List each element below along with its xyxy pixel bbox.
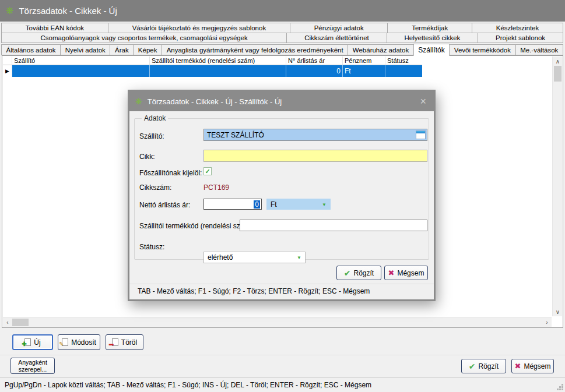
cell-arlistas-ar: 0 bbox=[286, 65, 343, 77]
grid-header-arlistas-ar[interactable]: N° árlistás ár bbox=[286, 56, 343, 65]
dialog-cancel-label: Mégsem bbox=[397, 269, 424, 277]
tab-vevoi-termekkodok[interactable]: Vevői termékkódok bbox=[449, 44, 515, 55]
table-row-selected[interactable]: ▶ 0 Ft bbox=[3, 65, 422, 77]
resize-grip[interactable] bbox=[562, 389, 563, 390]
main-status-text: PgUp/PgDn - Lapok közti váltás; TAB - Me… bbox=[5, 381, 371, 389]
scroll-right-icon[interactable]: › bbox=[542, 317, 552, 327]
supplier-dialog: ❋ Törzsadatok - Cikkek - Új - Szállítók … bbox=[128, 90, 436, 301]
cell-statusz bbox=[385, 65, 422, 77]
tab-me-valtasok[interactable]: Me.-váltások bbox=[515, 44, 563, 55]
app-window: ❋ Törzsadatok - Cikkek - Új További EAN … bbox=[0, 0, 565, 392]
grid-header-szallito[interactable]: Szállító bbox=[12, 56, 150, 65]
supplier-code-input[interactable] bbox=[240, 220, 427, 231]
cancel-x-icon: ✖ bbox=[515, 362, 521, 370]
item-number-label: Cikkszám: bbox=[139, 183, 171, 192]
tab-vasarloi-tajekoztato[interactable]: Vásárlói tájékoztató és megjegyzés sablo… bbox=[108, 23, 290, 33]
tab-termekdijak[interactable]: Termékdíjak bbox=[387, 23, 472, 33]
scroll-down-icon[interactable]: ∨ bbox=[553, 307, 563, 316]
cell-penznem: Ft bbox=[343, 65, 385, 77]
dialog-status-text: TAB - Mező váltás; F1 - Súgó; F2 - Törzs… bbox=[138, 287, 370, 295]
tab-keszletszintek[interactable]: Készletszintek bbox=[472, 23, 563, 33]
grid-header-statusz[interactable]: Státusz bbox=[385, 56, 422, 65]
tab-row-2: Csomagolóanyagok vagy csoportos termékek… bbox=[2, 33, 563, 43]
supplier-field-value: TESZT SZÁLLÍTÓ bbox=[207, 131, 264, 139]
cancel-x-icon: ✖ bbox=[388, 269, 395, 277]
vertical-scrollbar[interactable]: ∧ ∨ bbox=[552, 56, 562, 316]
tab-altalanos-adatok[interactable]: Általános adatok bbox=[1, 44, 61, 55]
tab-arak[interactable]: Árak bbox=[110, 44, 134, 55]
tab-szallitok[interactable]: Szállítók bbox=[413, 44, 450, 56]
supplier-code-label: Szállítói termékkód (rendelési szám): bbox=[139, 222, 254, 230]
dialog-body: Adatok Szállító: TESZT SZÁLLÍTÓ Cikk: Fő… bbox=[129, 111, 434, 299]
horizontal-scrollbar[interactable]: ‹ › bbox=[3, 317, 552, 327]
main-status-bar: PgUp/PgDn - Lapok közti váltás; TAB - Me… bbox=[0, 377, 565, 392]
modify-button-label: Módosít bbox=[71, 338, 96, 347]
tab-row-3: Általános adatok Nyelvi adatok Árak Képe… bbox=[2, 43, 563, 55]
groupbox-title: Adatok bbox=[142, 114, 168, 122]
dialog-title: Törzsadatok - Cikkek - Új - Szállítók - … bbox=[148, 97, 413, 106]
tab-projekt-sablonok[interactable]: Projekt sablonok bbox=[478, 33, 563, 43]
lookup-window-icon[interactable] bbox=[416, 130, 426, 139]
dialog-save-label: Rögzít bbox=[354, 269, 374, 277]
chevron-down-icon: ▼ bbox=[322, 202, 327, 207]
horizontal-scrollbar-thumb[interactable] bbox=[12, 319, 29, 326]
dialog-status-separator bbox=[129, 284, 434, 284]
row-marker-icon: ▶ bbox=[3, 65, 12, 77]
bottom-separator bbox=[0, 355, 565, 355]
grid-header-row: Szállító Szállítói termékkód (rendelési … bbox=[3, 56, 552, 65]
item-number-value: PCT169 bbox=[203, 183, 229, 192]
material-usage-button-label: Anyagként szerepel... bbox=[11, 359, 54, 373]
supplier-field[interactable]: TESZT SZÁLLÍTÓ bbox=[203, 129, 427, 141]
main-supplier-checkbox[interactable]: ✓ bbox=[203, 167, 212, 175]
save-check-icon: ✔ bbox=[469, 362, 476, 371]
tab-csomagoloanyagok[interactable]: Csomagolóanyagok vagy csoportos termékek… bbox=[1, 33, 287, 43]
edit-document-icon: ✎ bbox=[62, 338, 68, 346]
status-value: elérhető bbox=[208, 253, 233, 262]
main-cancel-button[interactable]: ✖ Mégsem bbox=[511, 359, 554, 373]
modify-button[interactable]: ✎ Módosít bbox=[58, 334, 100, 350]
scroll-up-icon[interactable]: ∧ bbox=[553, 56, 563, 66]
supplier-field-label: Szállító: bbox=[139, 132, 164, 140]
cell-szallito bbox=[12, 65, 150, 77]
delete-button-label: Töröl bbox=[121, 338, 137, 347]
item-field-label: Cikk: bbox=[139, 153, 155, 161]
tab-nyelvi-adatok[interactable]: Nyelvi adatok bbox=[60, 44, 110, 55]
delete-document-icon: ▬ bbox=[112, 338, 118, 346]
net-price-input[interactable]: 0 bbox=[203, 199, 262, 210]
new-button[interactable]: ✚ Új bbox=[12, 334, 53, 350]
currency-dropdown[interactable]: Ft ▼ bbox=[266, 199, 331, 210]
tab-anyaglista[interactable]: Anyaglista gyártmányként vagy feldolgozá… bbox=[162, 44, 348, 55]
grid-header-penznem[interactable]: Pénznem bbox=[343, 56, 385, 65]
material-usage-button[interactable]: Anyagként szerepel... bbox=[10, 358, 55, 374]
vertical-scrollbar-thumb[interactable] bbox=[554, 66, 562, 82]
dialog-app-icon: ❋ bbox=[135, 97, 142, 106]
tab-penzugyi-adatok[interactable]: Pénzügyi adatok bbox=[290, 23, 388, 33]
cell-termekkod bbox=[150, 65, 286, 77]
chevron-down-icon: ▼ bbox=[297, 255, 301, 260]
currency-value: Ft bbox=[271, 200, 277, 209]
delete-button[interactable]: ▬ Töröl bbox=[106, 334, 143, 350]
main-supplier-label: Főszállítónak kijelöl: bbox=[139, 169, 202, 177]
close-icon[interactable]: × bbox=[418, 96, 428, 107]
main-cancel-button-label: Mégsem bbox=[524, 362, 550, 370]
new-document-icon: ✚ bbox=[24, 338, 31, 346]
tab-helyettesito-cikkek[interactable]: Helyettesítő cikkek bbox=[387, 33, 479, 43]
tab-kepek[interactable]: Képek bbox=[133, 44, 162, 55]
main-title-bar: ❋ Törzsadatok - Cikkek - Új bbox=[0, 0, 565, 22]
tab-tovabbi-ean-kodok[interactable]: További EAN kódok bbox=[1, 23, 108, 33]
item-field[interactable] bbox=[203, 150, 427, 162]
scroll-left-icon[interactable]: ‹ bbox=[3, 317, 12, 327]
tab-row-1: További EAN kódok Vásárlói tájékoztató é… bbox=[2, 23, 563, 33]
main-save-button-label: Rögzít bbox=[479, 362, 499, 370]
dialog-cancel-button[interactable]: ✖ Mégsem bbox=[384, 266, 428, 280]
tab-webaruhaz-adatok[interactable]: Webáruház adatok bbox=[348, 44, 414, 55]
checkmark-icon: ✓ bbox=[205, 168, 210, 175]
dialog-save-button[interactable]: ✔ Rögzít bbox=[336, 266, 381, 280]
main-save-button[interactable]: ✔ Rögzít bbox=[461, 359, 506, 373]
status-dropdown[interactable]: elérhető ▼ bbox=[203, 252, 306, 263]
app-icon: ❋ bbox=[6, 6, 13, 16]
grid-header-marker bbox=[3, 56, 12, 65]
tab-cikkszam-elettortenet[interactable]: Cikkszám élettörténet bbox=[286, 33, 387, 43]
grid-header-termekkod[interactable]: Szállítói termékkód (rendelési szám) bbox=[150, 56, 286, 65]
window-title: Törzsadatok - Cikkek - Új bbox=[19, 6, 117, 16]
